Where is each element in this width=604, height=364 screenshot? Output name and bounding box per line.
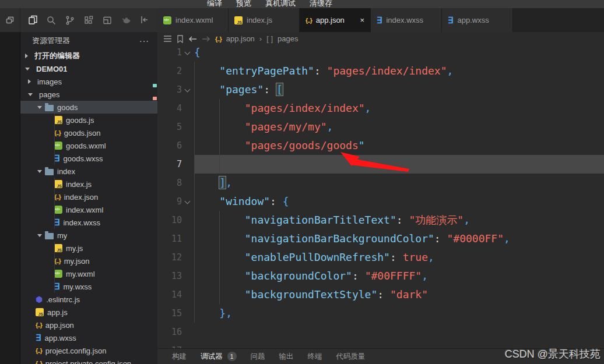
code-line-15[interactable]: 15 }, <box>157 304 604 323</box>
tree-item-project-config-json[interactable]: project.config.json <box>20 344 157 357</box>
fold-chevron-icon[interactable] <box>182 80 194 99</box>
code-line-9[interactable]: 9 "window": { <box>157 192 604 211</box>
teapot-button[interactable] <box>117 12 135 29</box>
menu-device-debug[interactable]: 真机调试 <box>258 0 303 8</box>
tree-item-my-wxml[interactable]: my.wxml <box>20 267 157 280</box>
panel-tab-problems[interactable]: 问题 <box>251 352 265 362</box>
code-token: , <box>463 214 470 226</box>
tree-item-goods-js[interactable]: goods.js <box>20 114 157 126</box>
tab-label: index.wxml <box>175 16 213 24</box>
tree-item-index-wxss[interactable]: index.wxss <box>20 216 157 229</box>
code-token: : <box>270 195 283 207</box>
bookmark-icon[interactable] <box>177 35 184 43</box>
tree-item-my-json[interactable]: my.json <box>20 255 157 267</box>
tree-item-my[interactable]: my <box>20 229 157 242</box>
json-icon <box>36 347 42 354</box>
fold-spacer <box>182 341 194 348</box>
source-control-button[interactable] <box>61 12 79 29</box>
simulator-toggle-button[interactable] <box>0 8 20 32</box>
package-button[interactable] <box>99 12 116 29</box>
tab-close-icon[interactable]: × <box>360 16 364 24</box>
menu-preview[interactable]: 预览 <box>229 0 258 8</box>
code-editor[interactable]: 1{2 "entryPagePath": "pages/index/index"… <box>157 45 604 348</box>
chevron-down-icon[interactable] <box>37 170 42 173</box>
code-line-10[interactable]: 10 "navigationBarTitleText": "功能演示", <box>157 211 604 229</box>
tree-item-goods-json[interactable]: goods.json <box>20 126 157 139</box>
tree-item-my-wxss[interactable]: my.wxss <box>20 280 157 293</box>
fold-chevron-icon[interactable] <box>182 45 194 62</box>
chevron-right-icon[interactable] <box>25 54 28 58</box>
tree-item-goods-wxss[interactable]: goods.wxss <box>20 152 157 165</box>
code-line-16[interactable]: 16 <box>157 323 604 341</box>
chevron-right-icon[interactable] <box>28 79 31 84</box>
fold-chevron-icon[interactable] <box>182 192 194 211</box>
code-line-3[interactable]: 3 "pages": [ <box>157 80 604 99</box>
panel-tab-terminal[interactable]: 终端 <box>308 352 322 362</box>
code-token: , <box>226 176 232 189</box>
panel-tab-build[interactable]: 构建 <box>172 352 187 362</box>
forward-arrow-icon[interactable] <box>202 36 210 43</box>
chevron-down-icon[interactable] <box>37 106 42 109</box>
tree-item-index[interactable]: index <box>20 165 157 178</box>
tree-item-label: app.js <box>47 308 68 317</box>
files-button[interactable] <box>24 12 41 29</box>
tree-item-project-private-config-json[interactable]: project.private.config.json <box>20 357 157 364</box>
code-token: "pages/index/index" <box>245 102 365 114</box>
wxml-icon <box>163 16 171 24</box>
tree-item-app-js[interactable]: app.js <box>20 306 157 319</box>
tab-index-js[interactable]: index.js <box>229 8 300 32</box>
code-line-14[interactable]: 14 "backgroundTextStyle": "dark" <box>157 285 604 304</box>
code-line-2[interactable]: 2 "entryPagePath": "pages/index/index", <box>157 62 604 80</box>
line-gutter: 16 <box>157 323 194 341</box>
tab-index-wxss[interactable]: index.wxss <box>371 8 442 32</box>
tree-item-app-wxss[interactable]: app.wxss <box>20 331 157 344</box>
explorer-more-button[interactable]: ··· <box>139 36 149 45</box>
tab-index-wxml[interactable]: index.wxml <box>157 8 229 32</box>
search-button[interactable] <box>43 12 60 29</box>
code-line-11[interactable]: 11 "navigationBarBackgroundColor": "#000… <box>157 229 604 248</box>
js-icon <box>54 116 62 124</box>
tree-item--eslintrc-js[interactable]: .eslintrc.js <box>20 293 157 306</box>
line-gutter: 17 <box>157 341 194 348</box>
line-number: 5 <box>157 118 182 136</box>
wxml-icon <box>54 142 62 150</box>
tree-item-DEMO01[interactable]: DEMO01 <box>20 62 157 75</box>
code-line-4[interactable]: 4 "pages/index/index", <box>157 99 604 118</box>
tree-item-index-js[interactable]: index.js <box>20 178 157 190</box>
tree-item-goods-wxml[interactable]: goods.wxml <box>20 139 157 152</box>
code-line-5[interactable]: 5 "pages/my/my", <box>157 118 604 136</box>
tree-item-my-js[interactable]: my.js <box>20 242 157 255</box>
menu-compile[interactable]: 编译 <box>200 0 229 8</box>
tree-item-app-json[interactable]: app.json <box>20 319 157 331</box>
tree-item-index-wxml[interactable]: index.wxml <box>20 203 157 216</box>
collapse-sidebar-button[interactable] <box>135 11 153 29</box>
panel-tab-debugger[interactable]: 调试器1 <box>201 352 237 362</box>
panel-tab-output[interactable]: 输出 <box>279 352 294 362</box>
tree-item-goods[interactable]: goods <box>20 101 157 114</box>
extensions-button[interactable] <box>80 12 97 29</box>
back-arrow-icon[interactable] <box>188 36 197 43</box>
chevron-down-icon[interactable] <box>25 68 30 70</box>
tree-item-images[interactable]: images <box>20 75 157 88</box>
tree-item-pages[interactable]: pages <box>20 88 157 101</box>
code-line-1[interactable]: 1{ <box>157 45 604 62</box>
json-icon <box>36 321 42 328</box>
code-line-8[interactable]: 8 ], <box>157 174 604 192</box>
tree-item-index-json[interactable]: index.json <box>20 190 157 203</box>
code-line-6[interactable]: 6 "pages/goods/goods" <box>157 136 604 155</box>
js-icon <box>54 244 62 252</box>
tab-app-wxss[interactable]: app.wxss <box>442 8 513 32</box>
tree-item-打开的编辑器[interactable]: 打开的编辑器 <box>20 50 157 62</box>
breadcrumb-file[interactable]: app.json <box>226 34 255 43</box>
code-line-13[interactable]: 13 "backgroundColor": "#00FFFF", <box>157 267 604 285</box>
menu-clear-cache[interactable]: 清缓存 <box>303 0 339 8</box>
code-line-12[interactable]: 12 "enablePullDownRefresh": true, <box>157 248 604 267</box>
chevron-down-icon[interactable] <box>37 234 42 237</box>
code-line-7[interactable]: 7 <box>157 155 604 174</box>
panel-tab-code-quality[interactable]: 代码质量 <box>336 352 366 362</box>
breadcrumb-node[interactable]: pages <box>278 34 298 43</box>
breadcrumb[interactable]: {..} app.json › [ ] pages <box>157 32 604 45</box>
chevron-down-icon[interactable] <box>28 93 33 96</box>
tab-app-json[interactable]: app.json× <box>300 8 371 32</box>
outline-icon[interactable] <box>163 35 172 43</box>
